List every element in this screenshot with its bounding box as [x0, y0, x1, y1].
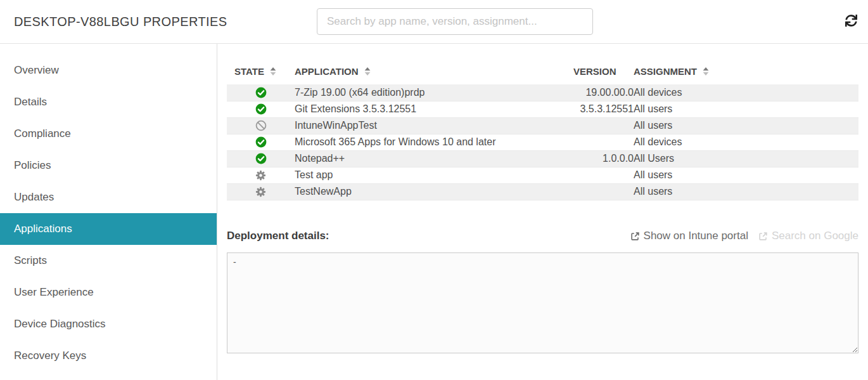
- sort-icon: [269, 67, 277, 76]
- sidebar-item-details[interactable]: Details: [0, 86, 217, 118]
- application-version: 1.0.0.0: [573, 150, 634, 167]
- link-label: Search on Google: [772, 230, 858, 242]
- search-input[interactable]: [317, 8, 593, 35]
- column-header-application[interactable]: APPLICATION: [295, 58, 573, 84]
- refresh-icon: [845, 15, 857, 27]
- table-row[interactable]: Microsoft 365 Apps for Windows 10 and la…: [227, 134, 858, 150]
- sidebar-item-label: Policies: [14, 159, 51, 171]
- sort-icon: [702, 67, 710, 76]
- search-on-google-link[interactable]: Search on Google: [758, 230, 858, 242]
- application-assignment: All devices: [634, 84, 858, 101]
- blocked-icon: [255, 120, 267, 131]
- deployment-details-bar: Deployment details: Show on Intune porta…: [227, 227, 858, 245]
- sidebar-item-label: Details: [14, 96, 47, 108]
- sidebar-item-label: Updates: [14, 191, 54, 203]
- sidebar-item-overview[interactable]: Overview: [0, 55, 217, 86]
- sidebar-item-label: Compliance: [14, 128, 71, 140]
- table-row[interactable]: Test app All users: [227, 167, 858, 183]
- app-state-cell: [227, 117, 295, 134]
- application-name: TestNewApp: [295, 183, 573, 200]
- refresh-button[interactable]: [844, 15, 858, 29]
- column-label: ASSIGNMENT: [634, 66, 697, 77]
- application-version: [573, 134, 634, 150]
- sidebar-item-policies[interactable]: Policies: [0, 150, 217, 181]
- sort-icon: [364, 67, 371, 76]
- sidebar-item-label: Scripts: [14, 254, 47, 266]
- table-row[interactable]: TestNewApp All users: [227, 183, 858, 200]
- check-circle-icon: [255, 153, 267, 164]
- sidebar-item-recovery-keys[interactable]: Recovery Keys: [0, 340, 217, 372]
- app-state-cell: [227, 84, 295, 101]
- application-name: Notepad++: [295, 150, 573, 167]
- app-state-cell: [227, 167, 295, 183]
- application-version: 19.00.00.0: [573, 84, 634, 101]
- column-header-version: VERSION: [573, 58, 634, 84]
- application-version: 3.5.3.12551: [573, 101, 634, 117]
- check-circle-icon: [255, 136, 267, 148]
- deployment-details-label: Deployment details:: [227, 230, 329, 242]
- sidebar-item-applications[interactable]: Applications: [0, 213, 217, 245]
- gear-icon: [255, 187, 266, 197]
- top-bar: DESKTOP-V88LBGU PROPERTIES: [0, 0, 868, 44]
- sidebar-item-scripts[interactable]: Scripts: [0, 245, 217, 277]
- gear-icon: [255, 170, 266, 181]
- application-assignment: All users: [634, 117, 858, 134]
- deployment-details-textarea[interactable]: -: [227, 252, 858, 353]
- table-row[interactable]: Git Extensions 3.5.3.12551 3.5.3.12551 A…: [227, 101, 858, 117]
- sidebar-item-label: User Experience: [14, 286, 94, 298]
- applications-table-body: 7-Zip 19.00 (x64 edition)prdp 19.00.00.0…: [227, 84, 858, 200]
- table-row[interactable]: 7-Zip 19.00 (x64 edition)prdp 19.00.00.0…: [227, 84, 858, 101]
- application-version: [573, 167, 634, 183]
- sidebar-item-updates[interactable]: Updates: [0, 181, 217, 213]
- column-label: STATE: [234, 66, 264, 77]
- app-state-cell: [227, 150, 295, 167]
- sidebar-item-compliance[interactable]: Compliance: [0, 118, 217, 150]
- application-version: [573, 183, 634, 200]
- external-link-icon: [758, 232, 768, 241]
- sidebar-item-label: Applications: [14, 223, 72, 235]
- check-circle-icon: [255, 87, 267, 98]
- column-label: VERSION: [573, 66, 616, 77]
- column-label: APPLICATION: [295, 66, 359, 77]
- column-header-assignment[interactable]: ASSIGNMENT: [634, 58, 858, 84]
- check-circle-icon: [255, 103, 267, 115]
- application-name: Git Extensions 3.5.3.12551: [295, 101, 573, 117]
- app-state-cell: [227, 134, 295, 150]
- app-state-cell: [227, 101, 295, 117]
- sidebar-nav: Overview Details Compliance Policies Upd…: [0, 44, 217, 380]
- applications-table: STATE APPLICATION VERSION ASSIGNMENT: [227, 58, 858, 200]
- table-row[interactable]: Notepad++ 1.0.0.0 All Users: [227, 150, 858, 167]
- table-row[interactable]: IntuneWinAppTest All users: [227, 117, 858, 134]
- application-assignment: All users: [634, 101, 858, 117]
- main-content: STATE APPLICATION VERSION ASSIGNMENT: [217, 44, 868, 380]
- application-name: Microsoft 365 Apps for Windows 10 and la…: [295, 134, 573, 150]
- application-name: IntuneWinAppTest: [295, 117, 573, 134]
- column-header-state[interactable]: STATE: [227, 58, 295, 84]
- application-name: 7-Zip 19.00 (x64 edition)prdp: [295, 84, 573, 101]
- page-title: DESKTOP-V88LBGU PROPERTIES: [14, 0, 227, 43]
- sidebar-item-label: Device Diagnostics: [14, 318, 106, 330]
- sidebar-item-user-experience[interactable]: User Experience: [0, 277, 217, 308]
- sidebar-item-label: Overview: [14, 64, 59, 76]
- app-state-cell: [227, 183, 295, 200]
- application-name: Test app: [295, 167, 573, 183]
- external-link-icon: [630, 232, 640, 241]
- link-label: Show on Intune portal: [644, 230, 748, 242]
- application-assignment: All users: [634, 167, 858, 183]
- application-assignment: All users: [634, 183, 858, 200]
- table-header-row: STATE APPLICATION VERSION ASSIGNMENT: [227, 58, 858, 84]
- sidebar-item-device-diagnostics[interactable]: Device Diagnostics: [0, 308, 217, 340]
- application-assignment: All devices: [634, 134, 858, 150]
- application-version: [573, 117, 634, 134]
- sidebar-item-label: Recovery Keys: [14, 350, 86, 362]
- application-assignment: All Users: [634, 150, 858, 167]
- show-on-intune-portal-link[interactable]: Show on Intune portal: [630, 230, 748, 242]
